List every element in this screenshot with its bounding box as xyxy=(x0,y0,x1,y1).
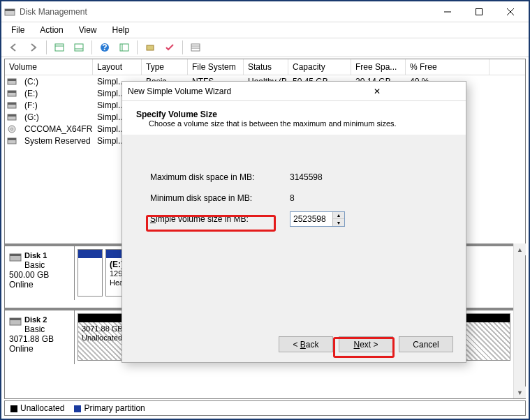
disk-name: Disk 1 xyxy=(24,251,47,260)
min-space-label: Minimum disk space in MB: xyxy=(150,193,290,203)
volume-icon xyxy=(7,101,18,110)
svg-rect-33 xyxy=(10,318,21,320)
col-freespace[interactable]: Free Spa... xyxy=(351,59,406,75)
maximize-button[interactable] xyxy=(463,2,494,22)
next-button[interactable]: Next > xyxy=(339,336,393,352)
cd-icon xyxy=(7,125,18,133)
panel-bottom-icon[interactable] xyxy=(71,40,87,55)
cell: (C:) xyxy=(20,76,93,87)
help-icon[interactable]: ? xyxy=(96,40,113,55)
volume-icon xyxy=(7,113,18,121)
scroll-down-icon[interactable]: ▼ xyxy=(514,387,526,398)
col-pctfree[interactable]: % Free xyxy=(406,59,489,75)
back-button[interactable]: < Back xyxy=(279,336,333,352)
col-status[interactable]: Status xyxy=(244,59,288,75)
svg-rect-23 xyxy=(8,103,16,105)
legend: Unallocated Primary partition xyxy=(4,400,526,416)
col-capacity[interactable]: Capacity xyxy=(288,59,351,75)
disk-type: Basic xyxy=(24,260,45,270)
volume-icon xyxy=(7,77,18,86)
dialog-subheading: Choose a volume size that is between the… xyxy=(136,119,452,128)
volume-text xyxy=(78,258,102,262)
legend-item: Primary partition xyxy=(74,403,145,413)
svg-rect-15 xyxy=(191,44,200,51)
check-icon[interactable] xyxy=(161,40,178,55)
col-type[interactable]: Type xyxy=(142,59,188,75)
window-titlebar: Disk Management xyxy=(1,1,529,22)
forward-icon[interactable] xyxy=(25,40,42,55)
app-icon xyxy=(4,6,15,17)
dialog-titlebar[interactable]: New Simple Volume Wizard ✕ xyxy=(122,82,466,101)
col-volume[interactable]: Volume xyxy=(5,59,93,75)
svg-rect-21 xyxy=(8,91,16,93)
col-filesystem[interactable]: File System xyxy=(188,59,244,75)
dialog-title: New Simple Volume Wizard xyxy=(128,87,294,96)
svg-rect-1 xyxy=(5,9,15,11)
svg-rect-19 xyxy=(8,79,16,81)
close-button[interactable] xyxy=(494,2,526,22)
max-space-value: 3145598 xyxy=(290,172,323,182)
disk-type: Basic xyxy=(24,324,45,334)
volume-size-spinner[interactable]: ▲ ▼ xyxy=(290,211,345,227)
minimize-button[interactable] xyxy=(432,2,463,22)
disk-status: Online xyxy=(9,280,34,290)
settings-icon[interactable] xyxy=(116,40,133,55)
volume-stripe xyxy=(78,250,102,258)
svg-rect-25 xyxy=(8,114,16,117)
svg-rect-8 xyxy=(75,44,83,51)
volume-icon xyxy=(7,137,18,145)
grid-header: Volume Layout Type File System Status Ca… xyxy=(5,59,525,75)
menu-help[interactable]: Help xyxy=(107,24,135,36)
toolbar: ? xyxy=(1,38,529,57)
svg-text:?: ? xyxy=(102,43,107,52)
svg-rect-29 xyxy=(8,138,16,140)
col-layout[interactable]: Layout xyxy=(93,59,142,75)
vertical-scrollbar[interactable]: ▲ ▼ xyxy=(513,243,525,398)
window-title: Disk Management xyxy=(20,7,432,17)
disk-name: Disk 2 xyxy=(24,315,47,324)
svg-rect-3 xyxy=(476,8,482,15)
cell: (F:) xyxy=(20,100,93,111)
volume-icon xyxy=(7,89,18,98)
back-icon[interactable] xyxy=(6,40,22,55)
panel-top-icon[interactable] xyxy=(51,40,68,55)
menu-file[interactable]: File xyxy=(6,24,30,36)
disk-size: 500.00 GB xyxy=(9,270,49,280)
svg-rect-12 xyxy=(120,44,128,51)
disk-size: 3071.88 GB xyxy=(9,334,54,344)
spin-down-icon[interactable]: ▼ xyxy=(333,219,344,226)
menu-action[interactable]: Action xyxy=(34,24,68,36)
dialog-close-icon[interactable]: ✕ xyxy=(294,87,460,96)
volume-size-input[interactable] xyxy=(290,212,332,226)
svg-rect-31 xyxy=(10,254,21,256)
svg-point-27 xyxy=(11,128,13,130)
cell: (G:) xyxy=(20,112,93,123)
volume-size-label: SSimple volume size in MB:imple volume s… xyxy=(150,214,290,224)
spin-up-icon[interactable]: ▲ xyxy=(333,212,344,219)
cell: (E:) xyxy=(20,88,93,99)
disk-label[interactable]: Disk 1 Basic 500.00 GB Online xyxy=(5,246,75,300)
dialog-heading: Specify Volume Size xyxy=(136,110,217,119)
cancel-button[interactable]: Cancel xyxy=(399,336,453,352)
cell: System Reserved xyxy=(20,135,93,147)
list-icon[interactable] xyxy=(187,40,204,55)
legend-item: Unallocated xyxy=(10,403,64,413)
svg-rect-6 xyxy=(55,44,64,51)
min-space-value: 8 xyxy=(290,193,295,203)
scroll-up-icon[interactable]: ▲ xyxy=(514,243,526,255)
disk-icon xyxy=(9,250,22,265)
volume-block[interactable] xyxy=(78,249,103,297)
svg-rect-14 xyxy=(147,45,154,50)
menu-view[interactable]: View xyxy=(73,24,103,36)
disk-icon xyxy=(9,315,22,329)
refresh-icon[interactable] xyxy=(142,40,159,55)
disk-label[interactable]: Disk 2 Basic 3071.88 GB Online xyxy=(5,310,75,364)
menubar: File Action View Help xyxy=(1,22,529,38)
max-space-label: Maximum disk space in MB: xyxy=(150,172,290,182)
cell: CCCOMA_X64FRE... xyxy=(20,123,93,135)
disk-status: Online xyxy=(9,344,34,354)
wizard-dialog: New Simple Volume Wizard ✕ Specify Volum… xyxy=(122,81,466,363)
dialog-header: Specify Volume Size Choose a volume size… xyxy=(122,101,466,135)
